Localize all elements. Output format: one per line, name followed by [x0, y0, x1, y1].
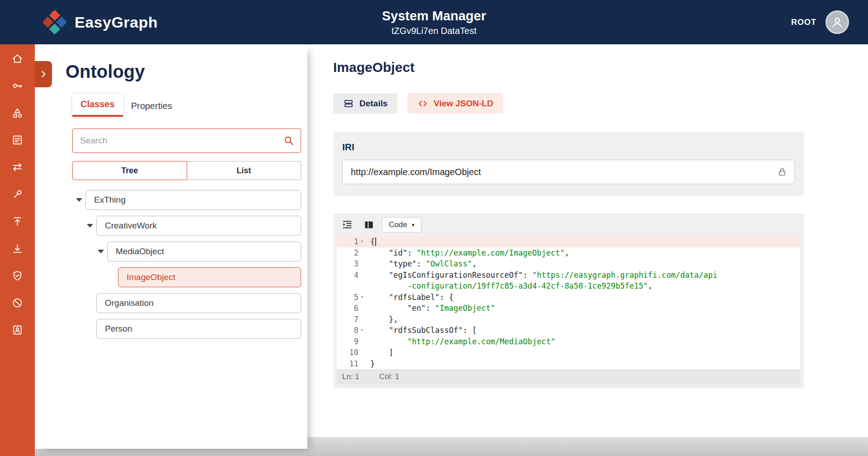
fold-toggle-icon[interactable]: ▾ — [359, 325, 366, 336]
editor-line[interactable]: 10▾ ] — [337, 347, 800, 358]
editor-line[interactable]: 5▾ "rdfsLabel": { — [337, 292, 800, 303]
detail-title: ImageObject — [333, 60, 804, 75]
tab-properties[interactable]: Properties — [123, 95, 180, 117]
code-editor[interactable]: 1▾{2▾ "id": "http://example.com/ImageObj… — [337, 236, 800, 369]
code-text: { — [366, 236, 376, 247]
user-block: ROOT — [791, 10, 849, 34]
app-title: System Manager — [382, 9, 486, 24]
contact-badge-icon — [11, 324, 24, 336]
sidebar-item-hammer[interactable] — [11, 188, 24, 200]
tree-node-organisation[interactable]: Organisation — [96, 293, 301, 313]
code-text: } — [366, 358, 375, 370]
search-input[interactable] — [72, 128, 301, 153]
line-gutter: 3▾ — [337, 258, 366, 270]
header-title-block: System Manager tZGv9Li7en DataTest — [382, 9, 486, 36]
tab-classes[interactable]: Classes — [72, 94, 123, 117]
sidebar-item-shapes[interactable] — [11, 107, 24, 119]
sidebar-item-upload[interactable] — [11, 215, 24, 228]
details-button[interactable]: Details — [333, 93, 397, 114]
sidebar-item-blocked[interactable] — [11, 297, 24, 309]
upload-icon — [11, 215, 24, 228]
rows-icon — [343, 98, 354, 109]
home-icon — [11, 52, 24, 65]
chevron-right-icon — [38, 69, 48, 79]
view-json-ld-button[interactable]: View JSON-LD — [407, 93, 503, 114]
line-number: 5 — [354, 292, 359, 303]
ontology-tabs: Classes Properties — [72, 94, 307, 117]
line-number: 6 — [354, 303, 359, 314]
sidebar-item-key[interactable] — [11, 80, 24, 92]
app-subtitle: tZGv9Li7en DataTest — [382, 26, 486, 36]
tree-expand-caret-icon[interactable] — [72, 198, 85, 202]
sidebar-item-shield-check[interactable] — [11, 270, 24, 282]
line-number: 1 — [354, 236, 359, 247]
easygraph-logo-icon — [43, 10, 66, 34]
editor-line[interactable]: 8▾ "rdfsSubClassOf": [ — [337, 325, 800, 336]
editor-line[interactable]: 9▾ "http://example.com/MediaObject" — [337, 336, 800, 347]
tree-node-exthing[interactable]: ExThing — [85, 190, 301, 210]
view-toggle-tree[interactable]: Tree — [72, 161, 187, 180]
iri-label: IRI — [342, 142, 795, 152]
tree-row: Organisation — [72, 293, 301, 313]
key-icon — [11, 80, 24, 92]
iri-card: IRI — [333, 132, 804, 196]
fold-toggle-icon[interactable]: ▾ — [359, 236, 366, 247]
brand[interactable]: EasyGraph — [43, 10, 158, 34]
sidebar-item-swap-arrows[interactable] — [11, 161, 24, 173]
format-indent-button[interactable] — [339, 218, 356, 232]
sidebar-item-download[interactable] — [11, 242, 24, 255]
line-number: 3 — [354, 258, 359, 270]
editor-line[interactable]: 6▾ "en": "ImageObject" — [337, 303, 800, 314]
editor-toolbar: Code ▾ — [337, 216, 800, 236]
editor-mode-dropdown[interactable]: Code ▾ — [382, 217, 421, 233]
hammer-icon — [11, 188, 24, 200]
tree-node-mediaobject[interactable]: MediaObject — [107, 242, 301, 261]
brand-name: EasyGraph — [75, 14, 158, 31]
iri-input[interactable] — [342, 160, 795, 184]
tree-expand-caret-icon[interactable] — [94, 250, 107, 253]
editor-line[interactable]: 7▾ }, — [337, 314, 800, 325]
ontology-panel-title: Ontology — [66, 62, 307, 82]
line-gutter: 1▾ — [337, 236, 366, 247]
sidebar-expand-button[interactable] — [35, 61, 52, 87]
split-view-button[interactable] — [360, 218, 377, 232]
detail-actions: Details View JSON-LD — [333, 93, 804, 114]
editor-line[interactable]: 4▾ "egIsConfigurationResourceOf": "https… — [337, 270, 800, 281]
json-editor-card: Code ▾ 1▾{2▾ "id": "http://example.com/I… — [333, 213, 804, 388]
split-view-icon — [363, 219, 375, 231]
tree-expand-caret-icon[interactable] — [83, 224, 96, 228]
tree-node-creativework[interactable]: CreativeWork — [96, 216, 301, 236]
line-gutter: 4▾ — [337, 270, 366, 281]
tree-node-person[interactable]: Person — [96, 319, 301, 339]
status-line: Ln: 1 — [342, 372, 359, 381]
iri-field — [342, 160, 795, 184]
sidebar-item-contact-badge[interactable] — [11, 324, 24, 336]
editor-line[interactable]: 1▾{ — [337, 236, 800, 247]
search-icon[interactable] — [283, 135, 295, 147]
person-icon — [830, 14, 845, 30]
fold-toggle-icon[interactable]: ▾ — [359, 292, 366, 303]
line-gutter: 11▾ — [337, 358, 366, 370]
editor-line[interactable]: 11▾} — [337, 358, 800, 370]
code-text: ] — [366, 347, 393, 358]
view-toggle-list[interactable]: List — [187, 161, 302, 180]
sidebar-item-form[interactable] — [11, 134, 24, 146]
sidebar-item-home[interactable] — [11, 52, 24, 65]
editor-line[interactable]: 2▾ "id": "http://example.com/ImageObject… — [337, 247, 800, 259]
form-icon — [11, 134, 24, 146]
status-col: Col: 1 — [379, 372, 399, 381]
user-avatar[interactable] — [826, 10, 849, 34]
line-gutter: 7▾ — [337, 314, 366, 325]
tree-node-imageobject[interactable]: ImageObject — [118, 267, 301, 287]
line-number: 8 — [354, 325, 359, 336]
line-gutter: 9▾ — [337, 336, 366, 347]
line-number: 9 — [354, 336, 359, 347]
line-gutter: 5▾ — [337, 292, 366, 303]
editor-line-wrap[interactable]: ▾ -configuration/19ff7c85-a3d4-42cf-8a50… — [337, 280, 800, 292]
code-text: "id": "http://example.com/ImageObject", — [366, 247, 569, 259]
code-text: "http://example.com/MediaObject" — [366, 336, 555, 347]
editor-line[interactable]: 3▾ "type": "OwlClass", — [337, 258, 800, 270]
shield-check-icon — [11, 270, 24, 282]
code-text: "en": "ImageObject" — [366, 303, 495, 314]
code-text: "type": "OwlClass", — [366, 258, 476, 270]
